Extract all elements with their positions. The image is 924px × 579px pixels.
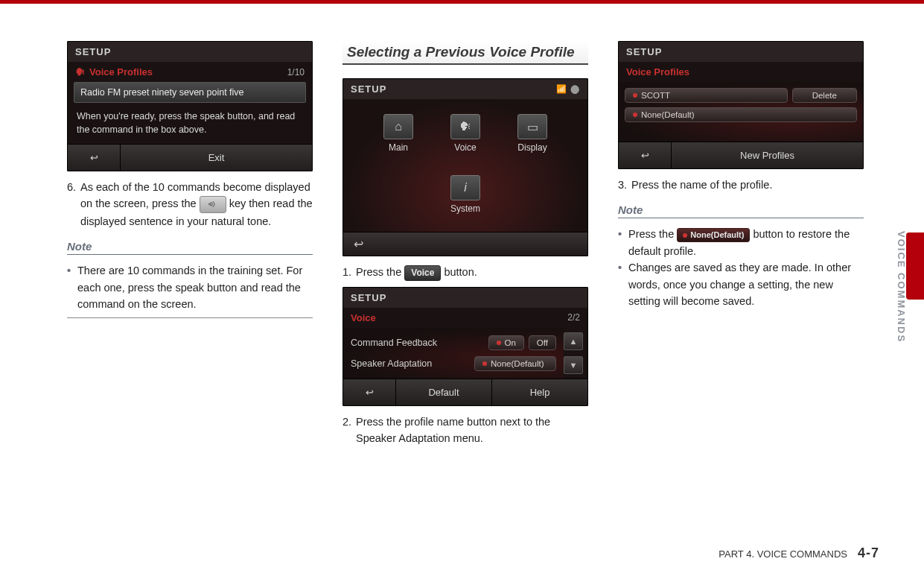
note-heading: Note bbox=[67, 240, 313, 255]
delete-button[interactable]: Delete bbox=[792, 88, 858, 103]
default-button[interactable]: Default bbox=[395, 379, 491, 405]
command-feedback-label: Command Feedback bbox=[351, 338, 437, 348]
screenshot-voice-profiles-list: SETUP Voice Profiles SCOTT Delete None(D… bbox=[618, 41, 864, 169]
page-counter: 1/10 bbox=[287, 67, 305, 77]
voice-icon: 🗣 bbox=[75, 66, 85, 77]
footer-page-number: 4-7 bbox=[858, 545, 879, 561]
home-icon: ⌂ bbox=[383, 114, 413, 139]
profile-none-default[interactable]: None(Default) bbox=[625, 107, 857, 122]
off-toggle[interactable]: Off bbox=[529, 335, 556, 350]
help-button[interactable]: Help bbox=[491, 379, 587, 405]
scroll-down-button[interactable]: ▼ bbox=[564, 356, 583, 374]
screenshot-setup-grid: SETUP 📶 ⬤ ⌂Main 🗣Voice ▭Display iSystem … bbox=[342, 78, 588, 256]
voice-icon-button[interactable]: 🗣Voice bbox=[450, 114, 480, 153]
note-bullet: Press the None(Default) button to restor… bbox=[618, 226, 864, 259]
screen-title: SETUP bbox=[351, 83, 386, 95]
system-icon-button[interactable]: iSystem bbox=[450, 175, 480, 214]
voice-key: Voice bbox=[404, 265, 441, 281]
note-bullet: There are 10 commands in the training se… bbox=[67, 262, 313, 312]
profile-scott[interactable]: SCOTT bbox=[625, 88, 788, 103]
training-hint: When you're ready, press the speak butto… bbox=[68, 107, 312, 144]
screenshot-voice-profile-training: SETUP 🗣 Voice Profiles 1/10 Radio FM pre… bbox=[67, 41, 313, 171]
step-2: 2. Press the profile name button next to… bbox=[342, 414, 588, 447]
screen-title: SETUP bbox=[75, 46, 111, 57]
info-icon: i bbox=[450, 175, 480, 200]
speak-key-icon bbox=[200, 196, 226, 212]
speaker-adaptation-value[interactable]: None(Default) bbox=[474, 356, 556, 371]
page-footer: PART 4. VOICE COMMANDS 4-7 bbox=[719, 545, 879, 561]
screen-subtitle: 🗣 Voice Profiles bbox=[75, 66, 153, 77]
on-toggle[interactable]: On bbox=[488, 335, 524, 350]
side-label: VOICE COMMANDS bbox=[896, 231, 907, 343]
step-1: 1. Press the Voice button. bbox=[342, 264, 588, 281]
speaker-adaptation-label: Speaker Adaptation bbox=[351, 358, 432, 369]
display-icon: ▭ bbox=[517, 114, 547, 139]
back-button[interactable]: ↩ bbox=[343, 379, 395, 405]
footer-part: PART 4. VOICE COMMANDS bbox=[719, 548, 847, 560]
screen-title: SETUP bbox=[351, 292, 386, 303]
back-button[interactable]: ↩ bbox=[343, 232, 587, 256]
voice-icon: 🗣 bbox=[450, 114, 480, 139]
screen-title: SETUP bbox=[626, 46, 662, 57]
none-default-key: None(Default) bbox=[677, 228, 750, 242]
back-button[interactable]: ↩ bbox=[619, 142, 671, 168]
note-heading: Note bbox=[618, 203, 864, 218]
new-profiles-button[interactable]: New Profiles bbox=[671, 142, 863, 168]
training-phrase: Radio FM preset ninety seven point five bbox=[74, 82, 306, 103]
display-icon-button[interactable]: ▭Display bbox=[517, 114, 547, 153]
main-icon-button[interactable]: ⌂Main bbox=[383, 114, 413, 153]
status-icons: 📶 ⬤ bbox=[556, 84, 580, 94]
step-3: 3. Press the name of the profile. bbox=[618, 177, 864, 193]
section-tab bbox=[906, 232, 924, 300]
step-6: 6. As each of the 10 commands become dis… bbox=[67, 179, 313, 230]
section-heading: Selecting a Previous Voice Profile bbox=[342, 41, 588, 65]
screen-subtitle: Voice Profiles bbox=[626, 66, 689, 77]
screenshot-voice-settings: SETUP Voice 2/2 Command Feedback On Off … bbox=[342, 287, 588, 406]
back-button[interactable]: ↩ bbox=[68, 145, 120, 171]
exit-button[interactable]: Exit bbox=[120, 145, 312, 171]
scroll-up-button[interactable]: ▲ bbox=[564, 332, 583, 350]
screen-subtitle: Voice bbox=[351, 312, 376, 323]
note-bullet: Changes are saved as they are made. In o… bbox=[618, 259, 864, 309]
page-counter: 2/2 bbox=[567, 312, 580, 323]
